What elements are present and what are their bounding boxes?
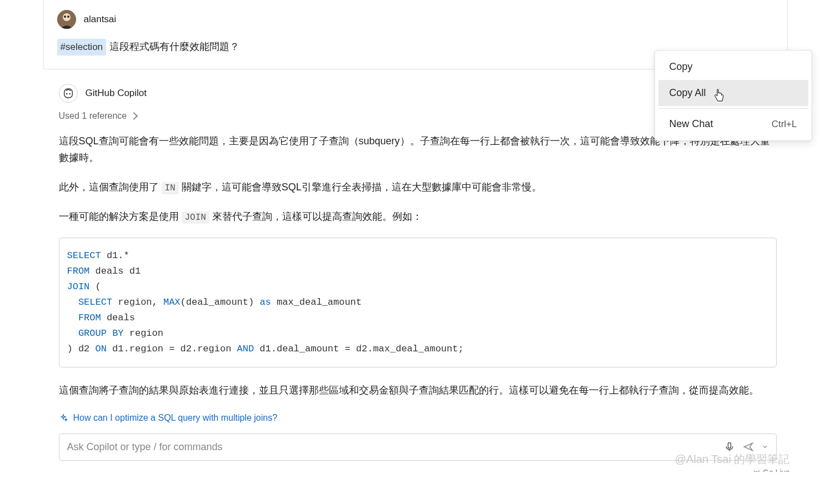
user-header: alantsai xyxy=(57,10,774,29)
sql-code-block[interactable]: SELECT d1.* FROM deals d1 JOIN ( SELECT … xyxy=(59,238,777,367)
chevron-right-icon xyxy=(130,112,138,119)
svg-point-5 xyxy=(69,93,71,94)
copilot-logo-icon xyxy=(59,84,78,103)
response-paragraph-3: 一種可能的解決方案是使用 JOIN 來替代子查詢，這樣可以提高查詢效能。例如： xyxy=(59,208,777,225)
svg-point-3 xyxy=(67,16,69,18)
svg-rect-6 xyxy=(728,443,731,448)
svg-point-2 xyxy=(64,16,66,18)
used-references-label: Used 1 reference xyxy=(59,109,127,123)
user-avatar xyxy=(57,10,76,29)
svg-point-4 xyxy=(66,93,67,94)
menu-separator xyxy=(658,108,808,109)
user-name: alantsai xyxy=(84,12,117,27)
follow-up-text: How can I optimize a SQL query with mult… xyxy=(73,411,278,425)
menu-item-new-chat[interactable]: New Chat Ctrl+L xyxy=(658,111,808,137)
selection-chip[interactable]: #selection xyxy=(57,39,107,56)
inline-code-in: IN xyxy=(162,182,179,194)
shortcut-label: Ctrl+L xyxy=(772,117,797,132)
menu-item-copy-all[interactable]: Copy All xyxy=(658,80,808,106)
user-prompt-text: 這段程式碼有什麼效能問題？ xyxy=(109,41,239,52)
follow-up-suggestion[interactable]: How can I optimize a SQL query with mult… xyxy=(59,411,777,425)
menu-item-copy[interactable]: Copy xyxy=(658,54,808,80)
response-paragraph-4: 這個查詢將子查詢的結果與原始表進行連接，並且只選擇那些區域和交易金額與子查詢結果… xyxy=(59,382,777,399)
sparkle-icon xyxy=(59,414,68,422)
chevron-down-icon[interactable] xyxy=(762,443,768,450)
go-live-button[interactable]: Go Live xyxy=(753,467,789,472)
broadcast-icon xyxy=(753,468,761,472)
watermark-text: @Alan Tsai 的學習筆記 xyxy=(675,451,790,467)
inline-code-join: JOIN xyxy=(182,211,209,224)
copilot-name: GitHub Copilot xyxy=(86,86,147,100)
chat-input[interactable]: Ask Copilot or type / for commands xyxy=(59,434,777,461)
response-paragraph-2: 此外，這個查詢使用了 IN 關鍵字，這可能會導致SQL引擎進行全表掃描，這在大型… xyxy=(59,179,777,196)
context-menu: Copy Copy All New Chat Ctrl+L xyxy=(654,50,812,141)
svg-point-1 xyxy=(63,13,71,21)
chat-input-placeholder: Ask Copilot or type / for commands xyxy=(67,440,716,455)
